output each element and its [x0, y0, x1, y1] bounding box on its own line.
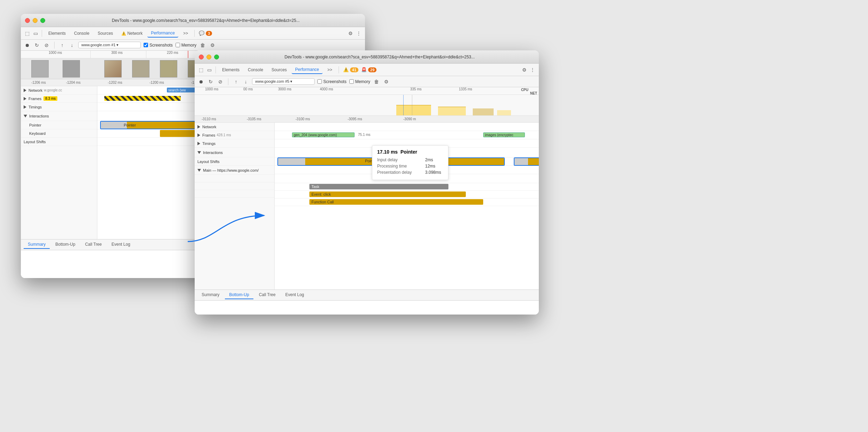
bottom-ruler-2: -3110 ms -3105 ms -3100 ms -3095 ms -309… — [195, 116, 539, 123]
tooltip-processing-time: Processing time 12ms — [377, 164, 443, 169]
track-layout-shifts-label[interactable]: Layout Shifts — [21, 138, 97, 146]
track-network-label[interactable]: Network w.google.cc — [21, 86, 97, 95]
track-labels-2: Network Frames 428.1 ms Timings Interact… — [195, 123, 275, 290]
tab-console-1[interactable]: Console — [71, 30, 93, 37]
memory-check-2[interactable] — [349, 79, 354, 84]
clear-button-2[interactable]: ⊘ — [217, 78, 224, 85]
memory-check-1[interactable] — [176, 43, 180, 47]
track-interactions-label-2[interactable]: Interactions — [195, 148, 274, 157]
track-keyboard-label[interactable]: Keyboard — [21, 129, 97, 138]
device-icon[interactable]: ▭ — [32, 30, 39, 37]
download-icon-2[interactable]: ↓ — [242, 78, 249, 85]
tooltip-input-delay: Input delay 2ms — [377, 157, 443, 162]
settings-icon-2[interactable]: ⚙ — [521, 66, 528, 73]
minimize-button-2[interactable] — [206, 55, 211, 59]
record-button-1[interactable]: ⏺ — [24, 42, 31, 49]
track-timings-label-2[interactable]: Timings — [195, 139, 274, 148]
maximize-button-2[interactable] — [214, 55, 219, 59]
memory-checkbox-2[interactable]: Memory — [349, 79, 370, 84]
trash-icon-2[interactable]: 🗑 — [373, 78, 380, 85]
settings2-icon-2[interactable]: ⚙ — [383, 78, 390, 85]
btab-bottomup-2[interactable]: Bottom-Up — [225, 291, 253, 299]
devtools-window-2[interactable]: DevTools - www.google.com/search?sca_esv… — [195, 50, 539, 315]
tab-sources-1[interactable]: Sources — [94, 30, 116, 37]
track-event-label — [195, 182, 274, 190]
track-timings-label[interactable]: Timings — [21, 103, 97, 111]
warning-badge-2: 41 — [350, 67, 358, 72]
window-title-2: DevTools - www.google.com/search?sca_esv… — [225, 55, 535, 59]
btab-calltree-1[interactable]: Call Tree — [81, 241, 106, 249]
screenshots-checkbox-1[interactable]: Screenshots — [144, 43, 173, 48]
screenshots-check-1[interactable] — [144, 43, 148, 47]
track-layout-shifts-label-2[interactable]: Layout Shifts — [195, 157, 274, 166]
expand-interactions-icon — [24, 115, 27, 117]
tooltip-title: 17.10 ms Pointer — [377, 149, 443, 155]
reload-button-2[interactable]: ↻ — [207, 78, 214, 85]
settings-icon-1[interactable]: ⚙ — [347, 30, 354, 37]
address-row-2: ⏺ ↻ ⊘ ↑ ↓ www.google.com #5 ▾ Screenshot… — [195, 76, 539, 87]
tab-elements-1[interactable]: Elements — [45, 30, 69, 37]
track-network-label-2[interactable]: Network — [195, 123, 274, 131]
tab-network-1[interactable]: Network — [118, 30, 146, 37]
more-icon-2[interactable]: ⋮ — [529, 66, 536, 73]
function-call-row: Function Call — [275, 198, 539, 206]
close-button-1[interactable] — [25, 18, 30, 23]
upload-icon-2[interactable]: ↑ — [233, 78, 240, 85]
btab-eventlog-2[interactable]: Event Log — [281, 291, 308, 299]
tab-more-2[interactable]: >> — [324, 66, 336, 74]
record-button-2[interactable]: ⏺ — [197, 78, 204, 85]
track-interactions-label[interactable]: Interactions — [21, 111, 97, 121]
tab-elements-2[interactable]: Elements — [219, 66, 243, 74]
more-icon-1[interactable]: ⋮ — [355, 30, 362, 37]
device-icon-2[interactable]: ▭ — [206, 66, 213, 73]
download-icon-1[interactable]: ↓ — [68, 42, 75, 49]
tab-more-1[interactable]: >> — [180, 30, 192, 37]
tab-console-2[interactable]: Console — [244, 66, 267, 74]
cursor-icon[interactable]: ⬚ — [24, 30, 31, 37]
pointer-bar-3[interactable] — [514, 158, 539, 165]
thumb-4 — [132, 60, 149, 78]
screenshots-checkbox-2[interactable]: Screenshots — [317, 79, 347, 84]
frames-bar-images: images (encryptec — [483, 132, 525, 137]
track-frames-label-2[interactable]: Frames 428.1 ms — [195, 131, 274, 139]
close-button-2[interactable] — [199, 55, 204, 59]
tab-performance-2[interactable]: Performance — [292, 66, 323, 74]
cpu-minimap-2 — [195, 95, 539, 116]
frames-track-row-2: gen_204 (www.google.com) images (encrypt… — [275, 131, 539, 139]
thumb-2 — [63, 60, 80, 78]
memory-checkbox-1[interactable]: Memory — [176, 43, 196, 48]
track-frames-label[interactable]: Frames 8.3 ms — [21, 95, 97, 103]
btab-eventlog-1[interactable]: Event Log — [107, 241, 135, 249]
address-bar-2[interactable]: www.google.com #5 ▾ — [252, 78, 315, 85]
maximize-button-1[interactable] — [40, 18, 45, 23]
btab-summary-2[interactable]: Summary — [197, 291, 224, 299]
expand-frames-2-icon — [197, 133, 200, 137]
cpu-label-2: CPU — [521, 88, 528, 92]
btab-calltree-2[interactable]: Call Tree — [255, 291, 280, 299]
interaction-tooltip: 17.10 ms Pointer Input delay 2ms Process… — [372, 145, 448, 180]
cursor-icon-2[interactable]: ⬚ — [197, 66, 204, 73]
address-bar-1[interactable]: www.google.com #1 ▾ — [78, 42, 141, 48]
event-click-row: Event: click — [275, 191, 539, 198]
track-main-label-2[interactable]: Main — https://www.google.com/ — [195, 166, 274, 175]
error-badge-2: 29 — [368, 67, 376, 72]
minimize-button-1[interactable] — [33, 18, 38, 23]
reload-button-1[interactable]: ↻ — [33, 42, 40, 49]
screenshots-check-2[interactable] — [317, 79, 322, 84]
net-label-2: NET — [530, 91, 537, 95]
upload-icon-1[interactable]: ↑ — [59, 42, 66, 49]
tab-sources-2[interactable]: Sources — [268, 66, 290, 74]
track-func-label — [195, 190, 274, 198]
trash-icon-1[interactable]: 🗑 — [199, 42, 206, 49]
expand-network-icon — [24, 89, 26, 92]
btab-bottomup-1[interactable]: Bottom-Up — [51, 241, 79, 249]
clear-button-1[interactable]: ⊘ — [43, 42, 50, 49]
task-bar-1: Task — [309, 184, 448, 189]
settings2-icon-1[interactable]: ⚙ — [209, 42, 216, 49]
tab-performance-1[interactable]: Performance — [147, 29, 178, 38]
separator-3 — [216, 66, 216, 73]
track-pointer-label[interactable]: Pointer — [21, 121, 97, 129]
expand-timings-icon — [24, 105, 26, 109]
thumb-3 — [104, 60, 122, 78]
btab-summary-1[interactable]: Summary — [24, 241, 50, 249]
